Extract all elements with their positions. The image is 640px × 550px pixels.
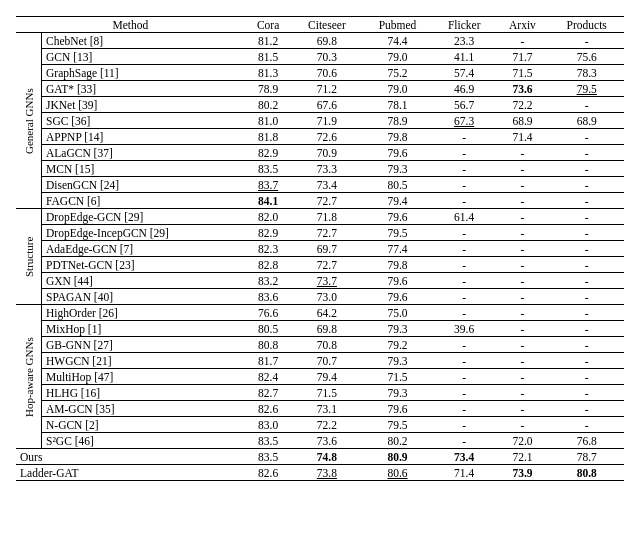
arxiv-cell: 73.9 [496, 465, 550, 481]
pubmed-cell: 79.0 [362, 49, 433, 65]
flicker-cell: - [433, 145, 496, 161]
method-cell: GCN [13] [42, 49, 245, 65]
cora-cell: 81.2 [245, 33, 292, 49]
citeseer-cell: 71.8 [292, 209, 363, 225]
products-cell: 79.5 [549, 81, 624, 97]
cora-cell: 82.4 [245, 369, 292, 385]
flicker-cell: 67.3 [433, 113, 496, 129]
pubmed-cell: 79.3 [362, 321, 433, 337]
pubmed-cell: 79.3 [362, 385, 433, 401]
flicker-cell: - [433, 129, 496, 145]
method-cell: ALaGCN [37] [42, 145, 245, 161]
cora-cell: 84.1 [245, 193, 292, 209]
flicker-cell: 61.4 [433, 209, 496, 225]
pubmed-cell: 79.4 [362, 193, 433, 209]
comparison-table: Method Cora Citeseer Pubmed Flicker Arxi… [16, 16, 624, 481]
pubmed-cell: 79.6 [362, 209, 433, 225]
pubmed-cell: 79.6 [362, 401, 433, 417]
arxiv-cell: - [496, 193, 550, 209]
method-cell: MCN [15] [42, 161, 245, 177]
method-cell: SGC [36] [42, 113, 245, 129]
table-row: N-GCN [2]83.072.279.5--- [16, 417, 624, 433]
products-cell: 75.6 [549, 49, 624, 65]
flicker-cell: 56.7 [433, 97, 496, 113]
method-cell: Ours [16, 449, 245, 465]
cora-cell: 82.9 [245, 225, 292, 241]
table-row: APPNP [14]81.872.679.8-71.4- [16, 129, 624, 145]
cora-cell: 82.8 [245, 257, 292, 273]
flicker-cell: - [433, 225, 496, 241]
products-cell: - [549, 289, 624, 305]
cora-cell: 83.5 [245, 161, 292, 177]
table-row: SPAGAN [40]83.673.079.6--- [16, 289, 624, 305]
arxiv-cell: - [496, 353, 550, 369]
table-row: DisenGCN [24]83.773.480.5--- [16, 177, 624, 193]
citeseer-cell: 70.3 [292, 49, 363, 65]
cora-cell: 82.0 [245, 209, 292, 225]
citeseer-cell: 73.3 [292, 161, 363, 177]
flicker-cell: 41.1 [433, 49, 496, 65]
products-cell: - [549, 209, 624, 225]
table-row: AM-GCN [35]82.673.179.6--- [16, 401, 624, 417]
arxiv-cell: 72.1 [496, 449, 550, 465]
flicker-cell: - [433, 369, 496, 385]
arxiv-cell: - [496, 401, 550, 417]
method-cell: AdaEdge-GCN [7] [42, 241, 245, 257]
method-cell: Ladder-GAT [16, 465, 245, 481]
flicker-cell: - [433, 417, 496, 433]
table-row: GXN [44]83.273.779.6--- [16, 273, 624, 289]
pubmed-cell: 71.5 [362, 369, 433, 385]
method-cell: N-GCN [2] [42, 417, 245, 433]
citeseer-cell: 72.2 [292, 417, 363, 433]
table-row: Ours83.574.880.973.472.178.7 [16, 449, 624, 465]
flicker-cell: - [433, 177, 496, 193]
cora-cell: 80.5 [245, 321, 292, 337]
citeseer-cell: 67.6 [292, 97, 363, 113]
table-row: DropEdge-IncepGCN [29]82.972.779.5--- [16, 225, 624, 241]
method-cell: JKNet [39] [42, 97, 245, 113]
pubmed-cell: 79.2 [362, 337, 433, 353]
flicker-cell: 39.6 [433, 321, 496, 337]
arxiv-cell: - [496, 209, 550, 225]
citeseer-cell: 69.8 [292, 33, 363, 49]
arxiv-cell: - [496, 289, 550, 305]
method-cell: APPNP [14] [42, 129, 245, 145]
method-cell: SPAGAN [40] [42, 289, 245, 305]
pubmed-cell: 79.8 [362, 257, 433, 273]
arxiv-cell: - [496, 305, 550, 321]
pubmed-cell: 79.8 [362, 129, 433, 145]
products-cell: - [549, 129, 624, 145]
pubmed-cell: 79.5 [362, 417, 433, 433]
pubmed-cell: 80.6 [362, 465, 433, 481]
flicker-cell: - [433, 401, 496, 417]
products-cell: 76.8 [549, 433, 624, 449]
flicker-cell: 71.4 [433, 465, 496, 481]
products-cell: 78.7 [549, 449, 624, 465]
table-row: Ladder-GAT82.673.880.671.473.980.8 [16, 465, 624, 481]
method-cell: PDTNet-GCN [23] [42, 257, 245, 273]
flicker-cell: - [433, 353, 496, 369]
arxiv-cell: - [496, 161, 550, 177]
col-pubmed: Pubmed [362, 17, 433, 33]
pubmed-cell: 74.4 [362, 33, 433, 49]
citeseer-cell: 70.6 [292, 65, 363, 81]
table-row: PDTNet-GCN [23]82.872.779.8--- [16, 257, 624, 273]
col-products: Products [549, 17, 624, 33]
citeseer-cell: 70.8 [292, 337, 363, 353]
pubmed-cell: 75.0 [362, 305, 433, 321]
table-row: JKNet [39]80.267.678.156.772.2- [16, 97, 624, 113]
citeseer-cell: 72.6 [292, 129, 363, 145]
citeseer-cell: 71.9 [292, 113, 363, 129]
table-row: General GNNsChebNet [8]81.269.874.423.3-… [16, 33, 624, 49]
flicker-cell: - [433, 305, 496, 321]
arxiv-cell: - [496, 417, 550, 433]
citeseer-cell: 73.0 [292, 289, 363, 305]
table-row: StructureDropEdge-GCN [29]82.071.879.661… [16, 209, 624, 225]
products-cell: 68.9 [549, 113, 624, 129]
citeseer-cell: 79.4 [292, 369, 363, 385]
method-cell: GB-GNN [27] [42, 337, 245, 353]
pubmed-cell: 79.5 [362, 225, 433, 241]
products-cell: - [549, 401, 624, 417]
arxiv-cell: - [496, 241, 550, 257]
flicker-cell: 73.4 [433, 449, 496, 465]
